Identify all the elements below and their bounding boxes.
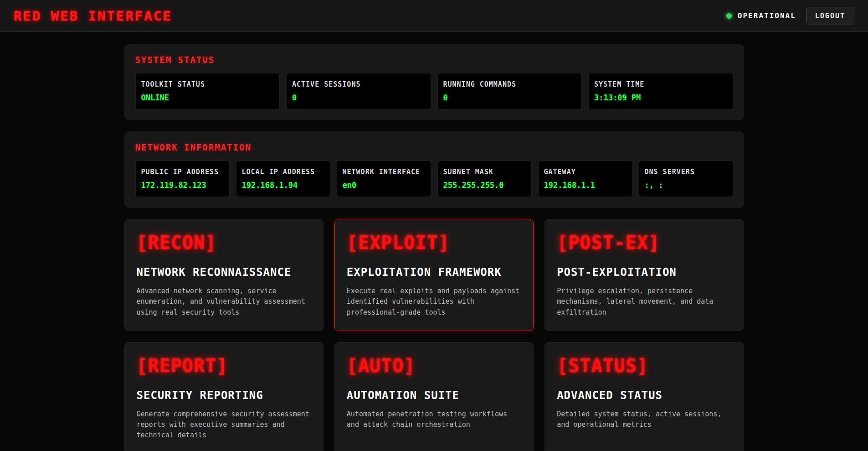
stat-value: 192.168.1.94 — [242, 181, 324, 190]
network-information-grid: PUBLIC IP ADDRESS 172.119.82.123 LOCAL I… — [135, 161, 733, 197]
module-card-status[interactable]: [STATUS] ADVANCED STATUS Detailed system… — [544, 342, 744, 451]
module-tag: [EXPLOIT] — [347, 232, 521, 253]
stat-value: 255.255.255.0 — [443, 181, 526, 190]
module-description: Execute real exploits and payloads again… — [347, 286, 521, 318]
stat-label: SUBNET MASK — [443, 168, 526, 176]
module-description: Advanced network scanning, service enume… — [137, 286, 311, 318]
stat-value: 3:13:09 PM — [594, 93, 727, 102]
stat-label: SYSTEM TIME — [594, 80, 727, 88]
modules-grid: [RECON] NETWORK RECONNAISSANCE Advanced … — [124, 219, 744, 451]
stat-card: NETWORK INTERFACE en0 — [337, 161, 431, 197]
module-tag: [REPORT] — [137, 355, 311, 376]
stat-value: :, : — [645, 181, 727, 190]
stat-card: DNS SERVERS :, : — [639, 161, 733, 197]
module-card-post-ex[interactable]: [POST-EX] POST-EXPLOITATION Privilege es… — [544, 219, 744, 331]
stat-card: RUNNING COMMANDS 0 — [437, 73, 582, 109]
stat-label: PUBLIC IP ADDRESS — [141, 168, 224, 176]
stat-card: TOOLKIT STATUS ONLINE — [135, 73, 280, 109]
logout-button[interactable]: LOGOUT — [806, 7, 854, 25]
stat-value: en0 — [343, 181, 425, 190]
stat-label: LOCAL IP ADDRESS — [242, 168, 324, 176]
system-status-grid: TOOLKIT STATUS ONLINE ACTIVE SESSIONS 0 … — [135, 73, 733, 109]
stat-value: ONLINE — [141, 93, 274, 102]
module-description: Privilege escalation, persistence mechan… — [557, 286, 731, 318]
system-status-indicator: OPERATIONAL — [726, 11, 796, 20]
status-label: OPERATIONAL — [738, 11, 796, 20]
status-dot-icon — [726, 13, 732, 19]
module-card-recon[interactable]: [RECON] NETWORK RECONNAISSANCE Advanced … — [124, 219, 324, 331]
stat-label: DNS SERVERS — [645, 168, 727, 176]
module-title: ADVANCED STATUS — [557, 389, 731, 402]
module-title: NETWORK RECONNAISSANCE — [137, 266, 311, 279]
module-description: Detailed system status, active sessions,… — [557, 409, 731, 430]
stat-label: RUNNING COMMANDS — [443, 80, 576, 88]
stat-value: 0 — [292, 93, 425, 102]
stat-label: TOOLKIT STATUS — [141, 80, 274, 88]
stat-value: 172.119.82.123 — [141, 181, 224, 190]
stat-card: GATEWAY 192.168.1.1 — [538, 161, 632, 197]
module-description: Automated penetration testing workflows … — [347, 409, 521, 430]
header-right: OPERATIONAL LOGOUT — [726, 7, 854, 25]
module-card-report[interactable]: [REPORT] SECURITY REPORTING Generate com… — [124, 342, 324, 451]
network-information-panel: NETWORK INFORMATION PUBLIC IP ADDRESS 17… — [124, 131, 744, 208]
network-information-title: NETWORK INFORMATION — [135, 142, 733, 152]
stat-card: ACTIVE SESSIONS 0 — [286, 73, 431, 109]
stat-label: GATEWAY — [544, 168, 627, 176]
module-title: POST-EXPLOITATION — [557, 266, 731, 279]
module-title: SECURITY REPORTING — [137, 389, 311, 402]
module-title: EXPLOITATION FRAMEWORK — [347, 266, 521, 279]
app-header: RED WEB INTERFACE OPERATIONAL LOGOUT — [0, 0, 868, 32]
module-tag: [STATUS] — [557, 355, 731, 376]
module-card-exploit[interactable]: [EXPLOIT] EXPLOITATION FRAMEWORK Execute… — [334, 219, 534, 331]
module-tag: [RECON] — [137, 232, 311, 253]
main-content: SYSTEM STATUS TOOLKIT STATUS ONLINE ACTI… — [124, 44, 744, 451]
stat-card: SUBNET MASK 255.255.255.0 — [437, 161, 532, 197]
stat-card: PUBLIC IP ADDRESS 172.119.82.123 — [135, 161, 230, 197]
stat-value: 192.168.1.1 — [544, 181, 627, 190]
app-title: RED WEB INTERFACE — [14, 8, 172, 24]
module-card-auto[interactable]: [AUTO] AUTOMATION SUITE Automated penetr… — [334, 342, 534, 451]
module-title: AUTOMATION SUITE — [347, 389, 521, 402]
system-status-title: SYSTEM STATUS — [135, 55, 733, 65]
system-status-panel: SYSTEM STATUS TOOLKIT STATUS ONLINE ACTI… — [124, 44, 744, 120]
stat-value: 0 — [443, 93, 576, 102]
module-description: Generate comprehensive security assessme… — [137, 409, 311, 441]
stat-label: ACTIVE SESSIONS — [292, 80, 425, 88]
module-tag: [AUTO] — [347, 355, 521, 376]
stat-card: LOCAL IP ADDRESS 192.168.1.94 — [236, 161, 330, 197]
module-tag: [POST-EX] — [557, 232, 731, 253]
stat-label: NETWORK INTERFACE — [343, 168, 425, 176]
stat-card: SYSTEM TIME 3:13:09 PM — [588, 73, 733, 109]
